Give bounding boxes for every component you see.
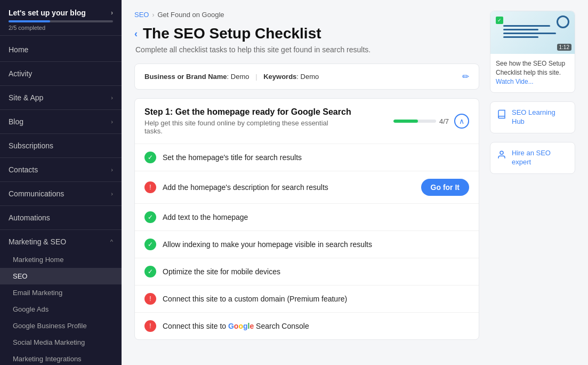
svg-point-0 [500,151,503,154]
check-success-icon: ✓ [144,152,156,163]
video-line [503,36,538,38]
checklist-item-text: ✓ Add text to the homepage [135,204,479,231]
sidebar-item-label: Site & App [9,93,43,102]
go-for-it-button[interactable]: Go for It [421,179,469,196]
chevron-right-icon: › [111,118,113,125]
check-error-icon: ! [144,293,156,305]
step-toggle-button[interactable]: ∧ [454,114,469,129]
breadcrumb: SEO › Get Found on Google [134,11,479,19]
sidebar-item-label: Home [9,45,28,54]
person-icon [497,150,508,161]
chevron-right-icon: › [111,191,113,197]
checklist-item-description: ! Add the homepage's description for sea… [135,171,479,204]
breadcrumb-separator: › [152,11,154,19]
seo-hub-label: SEO Learning Hub [512,108,568,126]
page-subtitle: Complete all checklist tasks to help thi… [134,45,479,54]
right-panel: ✓ 1:12 See how the SEO Setup Checklist h… [490,11,575,354]
progress-bar-container [9,20,113,22]
step-progress-bar [393,120,436,123]
sidebar-sub-label: SEO [13,272,27,280]
sidebar-item-site-app[interactable]: Site & App › [0,88,122,107]
checklist-item-title: ✓ Set the homepage's title for search re… [135,144,479,171]
checklist-item-text: Set the homepage's title for search resu… [163,153,469,162]
sidebar-sub-label: Marketing Integrations [13,355,82,363]
sidebar-item-communications[interactable]: Communications › [0,184,122,203]
sidebar-sub-label: Email Marketing [13,289,62,297]
book-icon [497,109,508,120]
sidebar-sub-label: Google Business Profile [13,322,87,330]
checklist-item-text: Add the homepage's description for searc… [163,183,415,192]
video-thumbnail[interactable]: ✓ 1:12 [490,11,575,54]
breadcrumb-current: Get Found on Google [157,11,224,19]
back-button[interactable]: ‹ [134,28,138,39]
sidebar-item-activity[interactable]: Activity [0,64,122,83]
sidebar-sub-label: Marketing Home [13,256,63,264]
step-description: Help get this site found online by compl… [144,119,347,135]
sidebar-header: Let's set up your blog › 2/5 completed [0,0,122,36]
search-overlay-icon [557,15,569,28]
video-line [503,33,556,34]
sidebar-item-label: Communications [9,189,64,198]
sidebar-sub-google-business[interactable]: Google Business Profile [0,318,122,334]
checklist-item-text: Connect this site to a custom domain (Pr… [163,295,469,303]
sidebar-item-label: Automations [9,213,50,222]
blog-setup-chevron: › [111,9,113,17]
sidebar-item-marketing-seo[interactable]: Marketing & SEO ^ [0,232,122,251]
watch-video-link[interactable]: Watch Vide... [496,78,534,85]
step-title: Step 1: Get the homepage ready for Googl… [144,107,393,117]
sidebar-nav: Home Activity Site & App › Blog › Subscr… [0,36,122,365]
breadcrumb-root[interactable]: SEO [134,11,149,19]
check-overlay-icon: ✓ [496,17,503,24]
info-card-content: Business or Brand Name: Demo | Keywords:… [144,73,319,81]
sidebar-sub-marketing-integrations[interactable]: Marketing Integrations [0,351,122,365]
video-caption-text: See how the SEO Setup Checklist help thi… [496,60,565,76]
checklist-item-mobile: ✓ Optimize the site for mobile devices [135,258,479,285]
sidebar-item-label: Marketing & SEO [9,237,66,246]
sidebar-sub-social-media[interactable]: Social Media Marketing [0,334,122,351]
check-success-icon: ✓ [144,211,156,223]
check-error-icon: ! [144,320,156,332]
step-card: Step 1: Get the homepage ready for Googl… [134,98,479,340]
video-caption: See how the SEO Setup Checklist help thi… [490,54,575,92]
sidebar-sub-google-ads[interactable]: Google Ads [0,301,122,318]
step-progress-text: 4/7 [439,117,449,125]
step-header-left: Step 1: Get the homepage ready for Googl… [144,107,393,135]
checklist-item-text: Optimize the site for mobile devices [163,267,469,276]
sidebar-item-home[interactable]: Home [0,40,122,59]
checklist-item-text: Add text to the homepage [163,213,469,221]
checklist-item-search-console: ! Connect this site to Google Search Con… [135,313,479,339]
sidebar-item-contacts[interactable]: Contacts › [0,160,122,179]
seo-learning-hub-item[interactable]: SEO Learning Hub [490,101,575,133]
sidebar-item-label: Blog [9,117,23,126]
checklist-item-text: Allow indexing to make your homepage vis… [163,240,469,249]
progress-bar-fill [9,20,50,22]
info-card: Business or Brand Name: Demo | Keywords:… [134,64,479,90]
check-error-icon: ! [144,181,156,193]
sidebar-item-label: Contacts [9,165,38,174]
video-card: ✓ 1:12 See how the SEO Setup Checklist h… [490,11,575,93]
sidebar-sub-email-marketing[interactable]: Email Marketing [0,284,122,301]
check-success-icon: ✓ [144,239,156,250]
step-header: Step 1: Get the homepage ready for Googl… [135,99,479,144]
sidebar-sub-seo[interactable]: SEO [0,268,122,284]
sidebar-item-automations[interactable]: Automations [0,208,122,227]
blog-title-text: Let's set up your blog [9,9,86,17]
sidebar-item-blog[interactable]: Blog › [0,112,122,131]
hire-expert-label: Hire an SEO expert [512,149,568,167]
chevron-right-icon: › [111,166,113,173]
sidebar-sub-label: Social Media Marketing [13,338,85,346]
video-line [503,25,550,27]
page-title: The SEO Setup Checklist [143,25,321,42]
sidebar-sub-marketing-home[interactable]: Marketing Home [0,251,122,268]
center-panel: SEO › Get Found on Google ‹ The SEO Setu… [134,11,479,354]
step-progress: 4/7 [393,117,449,125]
video-line [503,29,538,30]
keywords-label: Keywords [263,73,296,81]
step-progress-fill [393,120,418,123]
sidebar-item-subscriptions[interactable]: Subscriptions [0,136,122,155]
hire-seo-expert-item[interactable]: Hire an SEO expert [490,142,575,174]
blog-setup-title[interactable]: Let's set up your blog › [9,9,113,17]
chevron-up-icon: ^ [110,239,113,245]
sidebar: Let's set up your blog › 2/5 completed H… [0,0,122,365]
edit-icon[interactable]: ✏ [462,72,469,82]
